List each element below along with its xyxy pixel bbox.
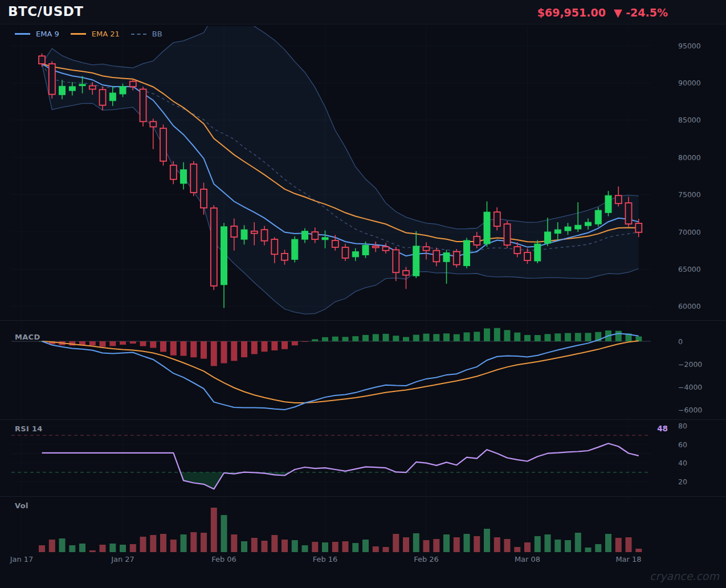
macd-panel xyxy=(11,328,651,410)
svg-text:80000: 80000 xyxy=(678,153,701,162)
svg-text:75000: 75000 xyxy=(678,190,701,199)
rsi-axis: 80604020 xyxy=(678,422,687,486)
svg-text:80: 80 xyxy=(678,422,687,430)
macd-line xyxy=(42,333,639,410)
svg-text:−6000: −6000 xyxy=(678,406,702,414)
macd-axis: 0−2000−4000−6000 xyxy=(678,337,702,414)
svg-text:95000: 95000 xyxy=(678,42,701,50)
svg-text:70000: 70000 xyxy=(678,228,701,236)
svg-text:Feb 06: Feb 06 xyxy=(211,555,236,564)
svg-text:60: 60 xyxy=(678,440,687,449)
svg-text:Feb 26: Feb 26 xyxy=(414,555,439,564)
svg-text:90000: 90000 xyxy=(678,79,701,87)
svg-text:40: 40 xyxy=(678,459,687,467)
svg-text:65000: 65000 xyxy=(678,265,701,273)
panel-separators xyxy=(0,321,726,497)
svg-text:−4000: −4000 xyxy=(678,383,702,391)
rsi-line xyxy=(42,443,639,489)
svg-text:−2000: −2000 xyxy=(678,360,702,369)
svg-text:Jan 27: Jan 27 xyxy=(111,555,134,564)
trading-chart-app: BTC/USDT $69,951.00 ▼ -24.5% EMA 9 EMA 2… xyxy=(0,0,726,588)
date-axis: Jan 17Jan 27Feb 06Feb 16Feb 26Mar 08Mar … xyxy=(10,555,642,564)
macd-signal-line xyxy=(42,341,639,403)
rsi-oversold-fill xyxy=(42,443,639,489)
svg-text:20: 20 xyxy=(678,477,687,486)
volume-panel xyxy=(39,508,642,552)
svg-text:0: 0 xyxy=(678,337,683,346)
svg-text:85000: 85000 xyxy=(678,116,701,124)
price-axis: 9500090000850008000075000700006500060000 xyxy=(678,42,701,311)
svg-text:Mar 08: Mar 08 xyxy=(515,555,540,564)
svg-text:60000: 60000 xyxy=(678,302,701,311)
watermark: cryance.com xyxy=(650,570,719,582)
chart-canvas[interactable]: 9500090000850008000075000700006500060000… xyxy=(0,0,726,588)
macd-histogram xyxy=(39,328,642,366)
svg-text:Jan 17: Jan 17 xyxy=(10,555,34,564)
svg-text:Mar 18: Mar 18 xyxy=(615,555,641,564)
volume-bars xyxy=(39,508,642,552)
rsi-panel xyxy=(11,426,651,489)
svg-text:Feb 16: Feb 16 xyxy=(313,555,338,564)
